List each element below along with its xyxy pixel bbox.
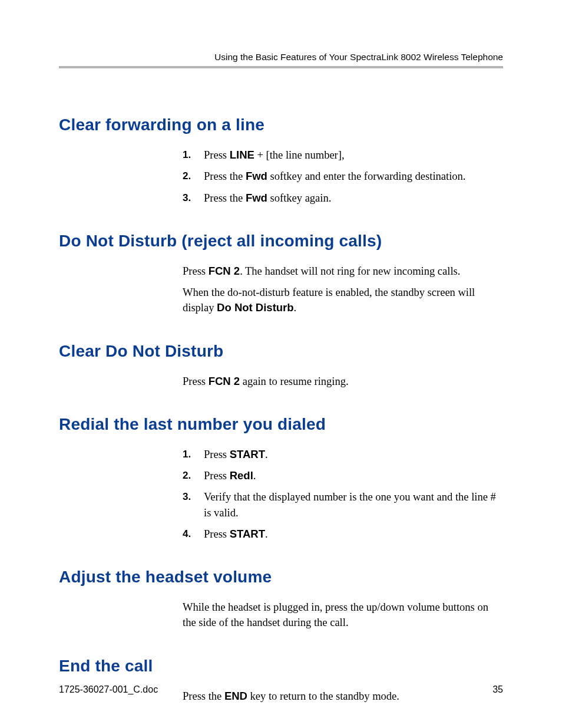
body-volume: While the headset is plugged in, press t… xyxy=(183,599,503,631)
list-item: 2. Press the Fwd softkey and enter the f… xyxy=(183,169,503,184)
list-item: 1. Press START. xyxy=(183,447,503,462)
heading-clear-dnd: Clear Do Not Disturb xyxy=(59,342,503,361)
step-number: 2. xyxy=(183,169,191,184)
list-item: 1. Press LINE + [the line number], xyxy=(183,147,503,163)
step-number: 3. xyxy=(183,190,191,206)
step-text: Press the Fwd softkey and enter the forw… xyxy=(204,170,465,182)
list-item: 2. Press Redl. xyxy=(183,468,503,483)
text: softkey again. xyxy=(267,192,331,204)
text: . xyxy=(253,470,256,482)
step-text: Press Redl. xyxy=(204,470,256,482)
footer-doc-id: 1725-36027-001_C.doc xyxy=(59,684,158,695)
page-container: Using the Basic Features of Your Spectra… xyxy=(0,0,562,728)
text: + [the line number], xyxy=(254,149,345,161)
body-dnd: Press FCN 2. The handset will not ring f… xyxy=(183,263,503,316)
step-number: 1. xyxy=(183,147,191,163)
heading-volume: Adjust the headset volume xyxy=(59,568,503,587)
page-content: Clear forwarding on a line 1. Press LINE… xyxy=(59,68,503,704)
text: . xyxy=(265,449,268,460)
text: Press xyxy=(204,528,230,540)
heading-clear-forwarding: Clear forwarding on a line xyxy=(59,116,503,134)
text: softkey and enter the forwarding destina… xyxy=(267,170,466,182)
step-text: Press START. xyxy=(204,449,268,460)
text: again to resume ringing. xyxy=(240,375,348,387)
section-dnd: Do Not Disturb (reject all incoming call… xyxy=(59,232,503,316)
text: . The handset will not ring for new inco… xyxy=(240,265,460,277)
section-clear-dnd: Clear Do Not Disturb Press FCN 2 again t… xyxy=(59,342,503,389)
step-text: Press LINE + [the line number], xyxy=(204,149,345,161)
page-footer: 1725-36027-001_C.doc 35 xyxy=(59,684,503,695)
key-label: FCN 2 xyxy=(209,265,240,277)
text: Press xyxy=(204,449,230,460)
key-label: Fwd xyxy=(246,192,267,204)
key-label: START xyxy=(230,528,265,540)
text: Press xyxy=(183,375,209,387)
step-number: 2. xyxy=(183,468,191,483)
heading-redial: Redial the last number you dialed xyxy=(59,415,503,434)
list-item: 3. Verify that the displayed number is t… xyxy=(183,489,503,521)
key-label: START xyxy=(230,448,265,460)
steps-clear-forwarding: 1. Press LINE + [the line number], 2. Pr… xyxy=(183,147,503,206)
heading-end-call: End the call xyxy=(59,657,503,676)
body-clear-forwarding: 1. Press LINE + [the line number], 2. Pr… xyxy=(183,147,503,206)
step-text: Press START. xyxy=(204,528,268,540)
step-number: 4. xyxy=(183,526,191,542)
section-clear-forwarding: Clear forwarding on a line 1. Press LINE… xyxy=(59,116,503,206)
key-label: Redl xyxy=(230,469,253,482)
text: Press the xyxy=(204,192,246,204)
step-number: 3. xyxy=(183,489,191,505)
key-label: FCN 2 xyxy=(209,375,240,387)
body-clear-dnd: Press FCN 2 again to resume ringing. xyxy=(183,374,503,389)
section-redial: Redial the last number you dialed 1. Pre… xyxy=(59,415,503,542)
step-text: Verify that the displayed number is the … xyxy=(204,491,496,518)
section-volume: Adjust the headset volume While the head… xyxy=(59,568,503,631)
text: . xyxy=(294,302,297,314)
step-text: Press the Fwd softkey again. xyxy=(204,192,331,204)
step-number: 1. xyxy=(183,447,191,462)
paragraph: Press FCN 2. The handset will not ring f… xyxy=(183,263,503,279)
section-end-call: End the call Press the END key to return… xyxy=(59,657,503,704)
heading-dnd: Do Not Disturb (reject all incoming call… xyxy=(59,232,503,251)
key-label: LINE xyxy=(230,149,254,161)
text: Press xyxy=(183,265,209,277)
text: Press xyxy=(204,149,230,161)
list-item: 4. Press START. xyxy=(183,526,503,542)
key-label: Fwd xyxy=(246,170,267,182)
paragraph: Press FCN 2 again to resume ringing. xyxy=(183,374,503,389)
text: . xyxy=(265,528,268,540)
list-item: 3. Press the Fwd softkey again. xyxy=(183,190,503,206)
key-label: Do Not Disturb xyxy=(217,301,294,314)
steps-redial: 1. Press START. 2. Press Redl. 3. Verify… xyxy=(183,447,503,542)
footer-page-number: 35 xyxy=(492,684,503,695)
paragraph: While the headset is plugged in, press t… xyxy=(183,599,503,631)
running-header: Using the Basic Features of Your Spectra… xyxy=(59,52,503,68)
body-redial: 1. Press START. 2. Press Redl. 3. Verify… xyxy=(183,447,503,542)
text: Verify that the displayed number is the … xyxy=(204,491,496,518)
text: Press xyxy=(204,470,230,482)
text: Press the xyxy=(204,170,246,182)
paragraph: When the do-not-disturb feature is enabl… xyxy=(183,285,503,316)
